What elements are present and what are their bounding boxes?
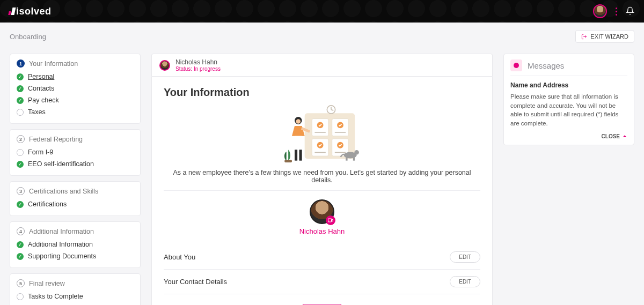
bell-icon[interactable] xyxy=(626,6,634,17)
section-title: Additional Information xyxy=(29,228,94,235)
profile-strip: Nicholas Hahn Status: In progress xyxy=(151,54,493,76)
check-icon xyxy=(17,97,24,104)
exit-wizard-button[interactable]: EXIT WIZARD xyxy=(575,30,634,43)
svg-rect-23 xyxy=(295,150,297,160)
sidebar-item-additional-info[interactable]: Additional Information xyxy=(17,239,134,250)
mini-avatar xyxy=(159,60,170,71)
svg-point-19 xyxy=(354,150,359,155)
section-title: Final review xyxy=(29,280,65,287)
svg-rect-22 xyxy=(295,136,302,150)
detail-row-contact-details: Your Contact Details EDIT xyxy=(164,270,480,294)
check-icon xyxy=(17,241,24,248)
sidebar-item-label: Additional Information xyxy=(28,241,93,248)
check-icon xyxy=(17,161,24,168)
messages-close-button[interactable]: CLOSE xyxy=(510,133,627,139)
sidebar-item-label: Form I-9 xyxy=(28,148,53,156)
svg-rect-25 xyxy=(284,160,292,162)
section-title: Federal Reporting xyxy=(29,136,83,143)
sidebar-item-certifications[interactable]: Certifications xyxy=(17,198,134,210)
exit-wizard-label: EXIT WIZARD xyxy=(590,33,628,40)
detail-row-label: About You xyxy=(164,253,195,261)
section-number-badge: 3 xyxy=(17,187,25,195)
section-number-badge: 2 xyxy=(17,135,25,143)
profile-strip-status: Status: In progress xyxy=(175,66,221,72)
empty-circle-icon xyxy=(17,109,24,116)
brand-mark-icon xyxy=(10,8,15,15)
sidebar-item-pay-check[interactable]: Pay check xyxy=(17,94,134,106)
sidebar-item-tasks-to-complete[interactable]: Tasks to Complete xyxy=(17,291,134,302)
brand-name: isolved xyxy=(16,6,52,17)
svg-rect-18 xyxy=(353,155,355,160)
breadcrumb: Onboarding xyxy=(10,33,46,41)
profile-block: Nicholas Hahn xyxy=(164,199,480,235)
check-icon xyxy=(17,201,24,208)
kebab-menu-icon[interactable] xyxy=(616,8,617,16)
avatar[interactable] xyxy=(593,4,607,18)
sidebar-item-label: Supporting Documents xyxy=(28,252,96,260)
sidebar-item-eeo[interactable]: EEO self-identification xyxy=(17,158,134,170)
section-number-badge: 1 xyxy=(17,59,25,68)
sidebar-item-contacts[interactable]: Contacts xyxy=(17,83,134,94)
detail-row-about-you: About You EDIT xyxy=(164,245,480,270)
sidebar-item-taxes[interactable]: Taxes xyxy=(17,106,134,118)
triangle-up-icon xyxy=(622,133,627,139)
divider xyxy=(164,190,480,191)
svg-rect-17 xyxy=(346,155,347,160)
messages-panel: Messages Name and Address Please make su… xyxy=(503,54,634,145)
topbar: isolved xyxy=(0,0,644,23)
sidebar-section-your-information: 1 Your Information Personal Contacts Pay… xyxy=(10,54,141,124)
wizard-sidebar: 1 Your Information Personal Contacts Pay… xyxy=(10,54,141,305)
sidebar-item-label: EEO self-identification xyxy=(28,160,94,168)
profile-avatar[interactable] xyxy=(310,199,334,224)
sidebar-item-label: Taxes xyxy=(28,108,46,116)
sidebar-item-supporting-docs[interactable]: Supporting Documents xyxy=(17,250,134,262)
intro-text: As a new employee there's a few things w… xyxy=(164,169,480,184)
detail-row-label: Your Contact Details xyxy=(164,278,227,286)
section-number-badge: 4 xyxy=(17,227,25,235)
svg-rect-24 xyxy=(299,150,302,160)
empty-circle-icon xyxy=(17,149,24,156)
sidebar-section-federal-reporting: 2 Federal Reporting Form I-9 EEO self-id… xyxy=(10,129,141,176)
profile-name: Nicholas Hahn xyxy=(299,227,345,235)
sidebar-item-label: Contacts xyxy=(28,85,54,92)
brand-logo[interactable]: isolved xyxy=(10,6,52,17)
sidebar-item-label: Tasks to Complete xyxy=(28,293,83,300)
topbar-pattern xyxy=(0,0,644,23)
check-icon xyxy=(17,253,24,260)
check-icon xyxy=(17,85,24,92)
empty-circle-icon xyxy=(17,293,24,300)
sidebar-item-label: Certifications xyxy=(28,200,67,208)
messages-body: Please make sure that all information is… xyxy=(510,92,627,128)
svg-rect-26 xyxy=(328,219,331,222)
svg-point-21 xyxy=(296,119,301,124)
edit-about-you-button[interactable]: EDIT xyxy=(450,251,480,263)
sidebar-item-label: Pay check xyxy=(28,96,59,104)
profile-strip-name: Nicholas Hahn xyxy=(175,58,221,66)
section-title: Your Information xyxy=(29,60,78,68)
camera-icon[interactable] xyxy=(326,215,335,225)
section-number-badge: 5 xyxy=(17,279,25,287)
sidebar-section-final-review: 5 Final review Tasks to Complete xyxy=(10,273,141,305)
messages-subject: Name and Address xyxy=(510,81,627,89)
messages-icon xyxy=(510,59,522,71)
check-icon xyxy=(17,73,24,80)
main-card: Your Information xyxy=(151,76,493,305)
sidebar-section-additional-info: 4 Additional Information Additional Info… xyxy=(10,221,141,268)
exit-icon xyxy=(581,34,587,40)
messages-title: Messages xyxy=(528,61,564,70)
hero-illustration xyxy=(164,103,480,165)
sidebar-item-label: Personal xyxy=(28,73,54,80)
section-title: Certifications and Skills xyxy=(29,188,98,195)
sidebar-section-certifications: 3 Certifications and Skills Certificatio… xyxy=(10,181,141,216)
sidebar-item-personal[interactable]: Personal xyxy=(17,71,134,83)
edit-contact-details-button[interactable]: EDIT xyxy=(450,276,480,287)
page-title: Your Information xyxy=(164,86,480,99)
sidebar-item-form-i9[interactable]: Form I-9 xyxy=(17,146,134,158)
messages-close-label: CLOSE xyxy=(602,133,620,139)
